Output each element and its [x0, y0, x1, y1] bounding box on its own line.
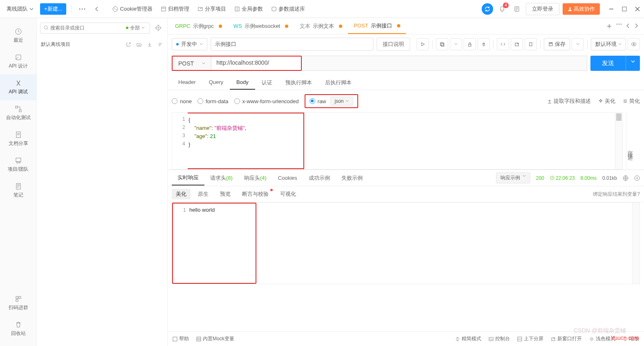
resp-scrollbar[interactable]	[633, 202, 640, 284]
team-select[interactable]: 离线团队	[3, 5, 37, 13]
tab-text[interactable]: 文本示例文本	[294, 18, 348, 34]
copy-button[interactable]	[436, 38, 448, 50]
download-resp-icon[interactable]	[634, 175, 640, 181]
tab-more-icon[interactable]	[616, 23, 622, 29]
simplify-button[interactable]: 简化	[623, 97, 640, 105]
minimize-button[interactable]	[608, 6, 615, 12]
sort-icon[interactable]	[157, 42, 163, 47]
download-icon[interactable]	[147, 42, 153, 47]
scrollbar[interactable]	[615, 112, 623, 170]
collaborate-button[interactable]: 高效协作	[563, 3, 600, 15]
body-type-formdata[interactable]: form-data	[197, 98, 229, 104]
prev-icon[interactable]	[91, 3, 103, 15]
newwindow-button[interactable]: 新窗口打开	[551, 335, 582, 342]
extract-fields-button[interactable]: 提取字段和描述	[547, 97, 591, 105]
delete-button[interactable]	[478, 38, 490, 50]
link-icon[interactable]	[126, 42, 131, 47]
notification-button[interactable]: 4	[496, 3, 508, 15]
globe-icon[interactable]	[623, 175, 628, 181]
mock-button[interactable]: 内置Mock变量	[196, 335, 234, 342]
filter-all[interactable]: 全部	[124, 25, 146, 32]
raw-format-select[interactable]: json	[330, 97, 353, 106]
more-menu[interactable]	[76, 3, 88, 15]
console-button[interactable]: 控制台	[489, 335, 510, 342]
request-body-editor[interactable]: 1234 { "name": "前端杂货铺", "age": 21 }	[172, 112, 615, 170]
sync-button[interactable]	[482, 3, 493, 15]
resp-subtab-raw[interactable]: 原生	[194, 189, 213, 199]
search-box[interactable]: 全部	[40, 23, 150, 34]
save-dropdown[interactable]	[572, 38, 584, 50]
save-button[interactable]: 保存	[544, 38, 570, 50]
note-button[interactable]	[511, 3, 523, 15]
req-tab-prescript[interactable]: 预执行脚本	[279, 76, 319, 90]
tab-prev-icon[interactable]	[626, 23, 630, 29]
status-select[interactable]: 开发中	[172, 38, 207, 50]
global-params[interactable]: 全局参数	[231, 4, 266, 14]
resp-subtab-visualize[interactable]: 可视化	[276, 189, 300, 199]
login-button[interactable]: 立即登录	[526, 3, 559, 15]
url-input[interactable]: http://localhost:8000/	[211, 57, 301, 70]
req-tab-body[interactable]: Body	[230, 76, 255, 90]
method-select[interactable]: POST	[173, 57, 211, 70]
code-gen-button[interactable]	[497, 38, 509, 50]
resp-tab-req-headers[interactable]: 请求头(8)	[204, 171, 238, 185]
field-description-panel[interactable]: 字段描述	[626, 112, 640, 170]
search-input[interactable]	[50, 25, 123, 31]
cookie-manager[interactable]: Cookie管理器	[109, 4, 155, 14]
share-project[interactable]: 分享项目	[194, 4, 229, 14]
param-describe-lib[interactable]: 参数描述库	[268, 4, 308, 14]
tab-next-icon[interactable]	[634, 23, 638, 29]
resp-subtab-beautify[interactable]: 美化	[172, 189, 191, 199]
sidebar-item-qrcode[interactable]: 扫码进群	[9, 290, 28, 316]
resp-subtab-preview[interactable]: 预览	[216, 189, 235, 199]
eye-button[interactable]	[628, 38, 640, 50]
split-button[interactable]: 上下分屏	[517, 335, 543, 342]
api-name-input[interactable]: 示例接口	[211, 38, 373, 51]
send-button[interactable]: 发送	[590, 56, 626, 71]
body-type-urlencoded[interactable]: x-www-form-urlencoded	[234, 98, 299, 104]
sidebar-item-api-design[interactable]: API 设计	[0, 49, 36, 75]
api-description-button[interactable]: 接口说明	[377, 38, 410, 51]
beautify-button[interactable]: 美化	[598, 97, 615, 105]
sidebar-item-recent[interactable]: 最近	[0, 23, 36, 49]
env-select[interactable]: 默认环境	[591, 38, 626, 50]
req-tab-header[interactable]: Header	[172, 76, 202, 90]
archive-manage[interactable]: 归档管理	[157, 4, 193, 14]
simple-mode-button[interactable]: 精简模式	[455, 335, 481, 342]
sidebar-item-team[interactable]: 项目/团队	[0, 152, 36, 178]
doc-button[interactable]	[525, 38, 537, 50]
body-type-raw[interactable]: raw	[310, 98, 326, 104]
body-type-none[interactable]: none	[172, 98, 192, 104]
copy-dropdown[interactable]	[450, 38, 462, 50]
run-button[interactable]	[417, 38, 429, 50]
tab-grpc[interactable]: GRPC示例grpc	[169, 18, 228, 34]
folder-icon[interactable]	[136, 42, 142, 47]
sidebar-item-docs[interactable]: 文档分享	[0, 126, 36, 152]
add-tab-icon[interactable]	[606, 23, 612, 29]
response-example-select[interactable]: 响应示例	[496, 172, 530, 183]
close-button[interactable]	[634, 6, 641, 12]
locate-button[interactable]	[153, 22, 164, 34]
lock-button[interactable]	[464, 38, 476, 50]
new-button[interactable]: +新建...	[40, 3, 66, 15]
resp-tab-realtime[interactable]: 实时响应	[172, 171, 204, 185]
export-button[interactable]	[511, 38, 523, 50]
tab-post[interactable]: POST示例接口	[348, 18, 406, 34]
sidebar-item-api-debug[interactable]: API 调试	[0, 75, 36, 100]
maximize-button[interactable]	[621, 6, 628, 12]
bind-response-link[interactable]: 绑定响应结果到变量?	[593, 191, 640, 198]
send-dropdown[interactable]	[626, 56, 640, 71]
req-tab-auth[interactable]: 认证	[255, 76, 279, 90]
resp-subtab-assert[interactable]: 断言与校验	[238, 189, 273, 199]
resp-tab-success[interactable]: 成功示例	[303, 171, 336, 185]
req-tab-postscript[interactable]: 后执行脚本	[319, 76, 358, 90]
resp-tab-cookies[interactable]: Cookies	[272, 172, 303, 184]
sidebar-item-automation[interactable]: 自动化测试	[0, 100, 36, 126]
help-button[interactable]: 帮助	[173, 335, 189, 342]
code-area[interactable]: { "name": "前端杂货铺", "age": 21 }	[188, 113, 304, 169]
sidebar-item-trash[interactable]: 回收站	[9, 316, 28, 342]
resp-tab-fail[interactable]: 失败示例	[336, 171, 368, 185]
tab-ws[interactable]: WS示例websocket	[228, 18, 294, 34]
req-tab-query[interactable]: Query	[202, 76, 230, 90]
response-body-editor[interactable]: 1 hello world	[172, 202, 633, 284]
